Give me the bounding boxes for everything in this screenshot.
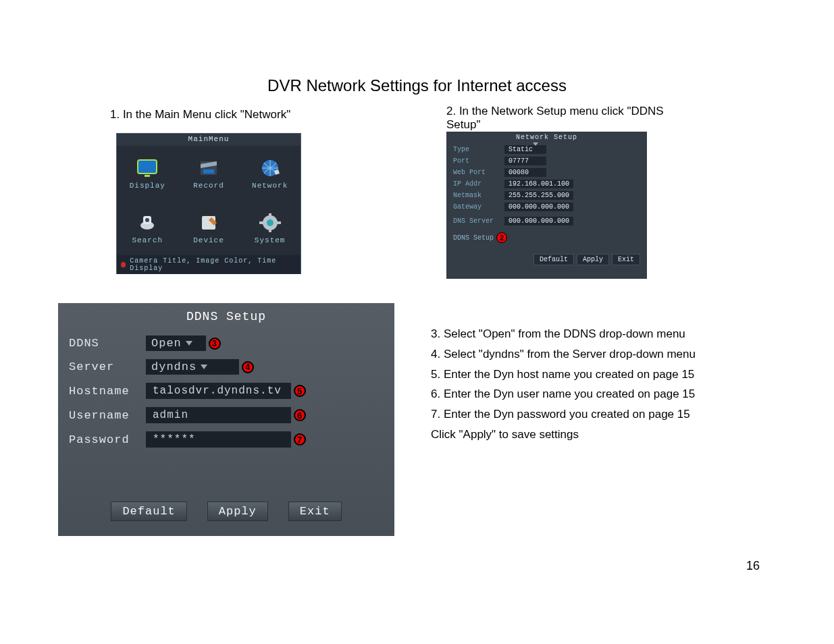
network-setup-title: Network Setup <box>446 132 647 145</box>
gateway-label: Gateway <box>453 203 499 211</box>
port-field[interactable]: 07777 <box>504 157 546 165</box>
network-setup-panel: Network Setup Type Static Port07777 Web … <box>446 132 647 279</box>
mainmenu-item-system[interactable]: System <box>239 200 301 255</box>
ddns-setup-title: DDNS Setup <box>58 303 394 331</box>
server-select[interactable]: dyndns <box>146 359 239 375</box>
search-camera-icon <box>135 212 159 234</box>
menu-label: Device <box>193 236 224 244</box>
apply-button[interactable]: Apply <box>207 502 268 521</box>
device-icon <box>197 212 221 234</box>
svg-rect-3 <box>203 169 214 173</box>
gateway-field[interactable]: 000.000.000.000 <box>504 203 573 211</box>
instruction-4: 4. Select "dyndns" from the Server drop-… <box>431 344 768 365</box>
exit-button[interactable]: Exit <box>612 254 640 265</box>
instruction-click-apply: Click "Apply" to save settings <box>431 425 768 445</box>
menu-label: Display <box>130 182 165 190</box>
default-button[interactable]: Default <box>111 502 186 521</box>
ip-field[interactable]: 192.168.001.100 <box>504 180 573 188</box>
exit-button[interactable]: Exit <box>288 502 342 521</box>
netmask-label: Netmask <box>453 192 499 199</box>
menu-label: Search <box>132 236 163 244</box>
mainmenu-item-search[interactable]: Search <box>117 200 178 255</box>
type-label: Type <box>453 146 499 153</box>
ddns-setup-panel: DDNS Setup DDNS Open 3 Server dyndns 4 H… <box>58 303 394 536</box>
callout-badge-6: 6 <box>294 409 306 421</box>
svg-point-7 <box>145 218 149 222</box>
hostname-field[interactable]: talosdvr.dyndns.tv <box>146 383 291 399</box>
ddns-select[interactable]: Open <box>146 336 206 351</box>
system-gear-icon <box>258 212 282 234</box>
step2-caption: 2. In the Network Setup menu click "DDNS… <box>446 105 689 132</box>
mainmenu-item-record[interactable]: Record <box>178 146 240 200</box>
record-icon <box>197 157 221 179</box>
menu-label: System <box>255 236 286 244</box>
password-field[interactable]: ****** <box>146 431 291 448</box>
mainmenu-item-device[interactable]: Device <box>178 200 240 255</box>
type-select[interactable]: Static <box>504 145 546 154</box>
dns-field[interactable]: 000.000.000.000 <box>504 217 573 225</box>
ddns-label: DDNS <box>69 337 143 350</box>
chevron-down-icon <box>186 341 192 346</box>
username-label: Username <box>69 409 143 422</box>
page-number: 16 <box>746 559 760 573</box>
callout-badge-5: 5 <box>294 385 306 397</box>
mainmenu-item-display[interactable]: Display <box>117 146 178 200</box>
svg-rect-11 <box>269 213 271 217</box>
ip-label: IP Addr <box>453 180 499 188</box>
mainmenu-panel: MainMenu Display Record Network <box>116 133 301 274</box>
ddns-setup-button[interactable]: DDNS Setup <box>453 234 494 242</box>
step1-caption: 1. In the Main Menu click "Network" <box>110 108 290 122</box>
instruction-3: 3. Select "Open" from the DDNS drop-down… <box>431 324 768 344</box>
page-title: DVR Network Settings for Internet access <box>0 76 834 95</box>
menu-label: Network <box>252 182 288 190</box>
chevron-down-icon <box>533 142 538 153</box>
callout-badge-3: 3 <box>209 338 221 350</box>
record-dot-icon <box>121 262 126 267</box>
callout-badge-2: 2 <box>496 232 507 243</box>
display-icon <box>135 157 159 179</box>
callout-badge-4: 4 <box>242 361 254 373</box>
port-label: Port <box>453 157 499 165</box>
svg-rect-14 <box>277 221 281 224</box>
netmask-field[interactable]: 255.255.255.000 <box>504 191 573 200</box>
webport-field[interactable]: 00080 <box>504 168 546 177</box>
instruction-7: 7. Enter the Dyn password you created on… <box>431 404 768 425</box>
instruction-list: 3. Select "Open" from the DDNS drop-down… <box>431 324 768 445</box>
instruction-6: 6. Enter the Dyn user name you created o… <box>431 384 768 404</box>
apply-button[interactable]: Apply <box>577 254 609 265</box>
svg-point-10 <box>267 219 273 226</box>
server-label: Server <box>69 360 143 373</box>
mainmenu-status-line: Camera Title, Image Color, Time Display <box>117 255 301 274</box>
mainmenu-item-network[interactable]: Network <box>239 146 301 200</box>
svg-rect-1 <box>145 175 150 177</box>
chevron-down-icon <box>201 365 207 369</box>
svg-rect-0 <box>138 160 157 173</box>
password-label: Password <box>69 433 143 446</box>
dns-label: DNS Server <box>453 217 499 225</box>
mainmenu-title: MainMenu <box>117 134 301 146</box>
webport-label: Web Port <box>453 169 499 176</box>
default-button[interactable]: Default <box>533 254 574 265</box>
svg-rect-12 <box>269 228 271 232</box>
username-field[interactable]: admin <box>146 407 291 423</box>
hostname-label: Hostname <box>69 385 143 398</box>
instruction-5: 5. Enter the Dyn host name you created o… <box>431 365 768 385</box>
svg-rect-13 <box>259 221 263 224</box>
callout-badge-7: 7 <box>294 433 306 446</box>
network-icon <box>258 157 282 179</box>
menu-label: Record <box>193 182 224 190</box>
